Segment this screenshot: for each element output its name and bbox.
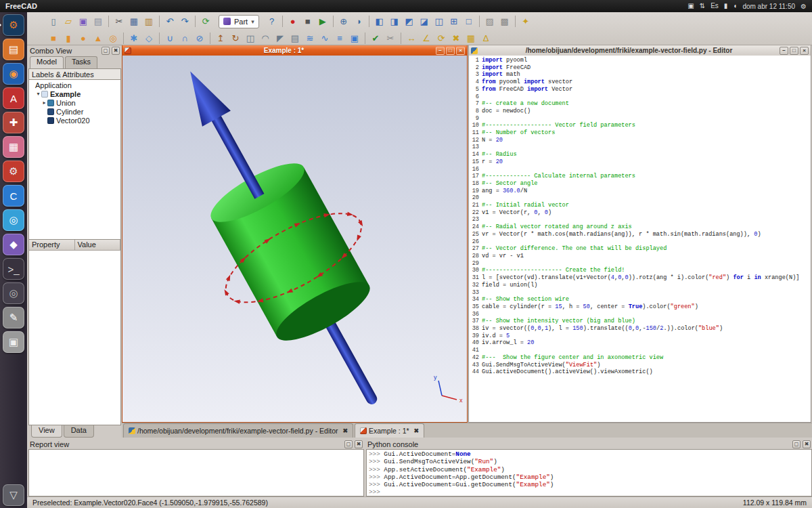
launcher-package-icon[interactable]: ▣ [3, 331, 24, 353]
mdi-tab-active[interactable]: Example : 1*✖ [355, 423, 424, 438]
fillet-icon[interactable]: ◠ [258, 31, 273, 45]
tree-item-vector020[interactable]: Vector020 [29, 116, 120, 125]
python-console-content[interactable]: >>> Gui.ActiveDocument=None>>> Gui.SendM… [366, 449, 812, 496]
boolean-cut-icon[interactable]: ⊘ [192, 31, 207, 45]
detach-panel-icon[interactable]: ◻ [344, 440, 353, 448]
launcher-files-icon[interactable]: ▤ [3, 39, 24, 60]
tree-item-example[interactable]: ▾Example [29, 89, 120, 98]
toggle-clipping-icon[interactable]: ▨ [482, 15, 497, 28]
open-document-icon[interactable]: ▱ [61, 15, 76, 28]
print-icon[interactable]: ▤ [91, 15, 106, 28]
minimize-window-icon[interactable]: − [436, 47, 445, 55]
measure-refresh-icon[interactable]: ⟳ [434, 31, 449, 45]
value-column-header[interactable]: Value [75, 240, 121, 250]
launcher-text-a-icon[interactable]: A [3, 87, 24, 109]
part-sphere-icon[interactable]: ● [76, 31, 91, 45]
boolean-union-icon[interactable]: ∪ [162, 31, 177, 45]
property-column-header[interactable]: Property [29, 240, 75, 250]
maximize-window-icon[interactable]: □ [790, 47, 798, 55]
detach-panel-icon[interactable]: ◻ [102, 47, 110, 55]
measure-linear-icon[interactable]: ↔ [404, 31, 419, 45]
clock[interactable]: dom abr 12 11:50 [742, 3, 795, 10]
measure-clear-icon[interactable]: ✖ [449, 31, 464, 45]
launcher-editor-icon[interactable]: ✎ [3, 307, 24, 329]
launcher-terminal-icon[interactable]: >_ [3, 258, 24, 280]
tab-model[interactable]: Model [30, 56, 64, 68]
loft-icon[interactable]: ≋ [302, 31, 317, 45]
launcher-toolbox-icon[interactable]: ✚ [3, 112, 24, 133]
camera-icon[interactable]: ▣ [687, 0, 694, 12]
part-primitives-icon[interactable]: ✱ [127, 31, 141, 45]
save-icon[interactable]: ▣ [76, 15, 91, 28]
whats-this-icon[interactable]: ? [265, 15, 279, 28]
texture-mapping-icon[interactable]: ▩ [497, 15, 512, 28]
refresh-icon[interactable]: ⟳ [198, 15, 213, 28]
boolean-common-icon[interactable]: ∩ [177, 31, 192, 45]
view-rear-icon[interactable]: ◫ [432, 15, 447, 28]
sweep-icon[interactable]: ∿ [317, 31, 332, 45]
close-window-icon[interactable]: × [456, 47, 465, 55]
code-editor[interactable]: 1import pyooml2import FreeCAD3import mat… [469, 56, 811, 422]
close-tab-icon[interactable]: ✖ [342, 427, 348, 434]
view-axonometric-icon[interactable]: ◧ [372, 15, 387, 28]
tab-view[interactable]: View [31, 425, 62, 438]
view-top-icon[interactable]: ◩ [402, 15, 417, 28]
measure-toggle-delta-icon[interactable]: Δ [478, 31, 493, 45]
measure-angular-icon[interactable]: ∠ [419, 31, 434, 45]
offset-icon[interactable]: ≡ [332, 31, 347, 45]
new-document-icon[interactable]: ▯ [46, 15, 61, 28]
tab-data[interactable]: Data [64, 425, 94, 438]
close-panel-icon[interactable]: ✖ [112, 47, 120, 55]
view-right-icon[interactable]: ◪ [417, 15, 432, 28]
maximize-window-icon[interactable]: □ [446, 47, 455, 55]
workbench-selector[interactable]: Part ▾ [219, 15, 259, 28]
measure-distance-icon[interactable]: ✦ [518, 15, 533, 28]
macro-stop-icon[interactable]: ■ [300, 15, 315, 28]
close-panel-icon[interactable]: ✖ [355, 440, 363, 448]
launcher-purple-app-icon[interactable]: ◆ [3, 234, 24, 255]
macro-play-icon[interactable]: ▶ [315, 15, 330, 28]
launcher-firefox-icon[interactable]: ◉ [3, 63, 24, 85]
view-front-icon[interactable]: ◨ [387, 15, 402, 28]
chamfer-icon[interactable]: ◤ [273, 31, 288, 45]
copy-icon[interactable]: ▦ [127, 15, 141, 28]
launcher-pink-app-icon[interactable]: ▦ [3, 136, 24, 158]
macro-record-icon[interactable]: ● [286, 15, 300, 28]
expand-arrow-icon[interactable]: ▾ [35, 91, 41, 97]
3d-viewport[interactable]: x y [122, 56, 467, 422]
launcher-trash-icon[interactable]: ▽ [3, 484, 24, 506]
extrude-icon[interactable]: ↥ [213, 31, 228, 45]
close-panel-icon[interactable]: ✖ [803, 440, 811, 448]
redo-icon[interactable]: ↷ [177, 15, 192, 28]
expand-arrow-icon[interactable]: ▸ [41, 100, 47, 106]
session-menu-icon[interactable]: ⚙ [800, 3, 807, 10]
battery-icon[interactable]: ▮ [724, 0, 728, 12]
launcher-freecad-icon[interactable]: ⚙ [3, 14, 24, 36]
part-torus-icon[interactable]: ◎ [106, 31, 120, 45]
launcher-swirl-app-icon[interactable]: ◎ [3, 209, 24, 231]
3d-view-titlebar[interactable]: Example : 1* − □ × [122, 45, 467, 56]
thickness-icon[interactable]: ▣ [347, 31, 362, 45]
launcher-settings-gear-icon[interactable]: ⚙ [3, 161, 24, 182]
tab-tasks[interactable]: Tasks [65, 56, 97, 68]
tree-item-union[interactable]: ▸Union [29, 98, 120, 107]
zoom-fit-icon[interactable]: ⊕ [336, 15, 351, 28]
revolve-icon[interactable]: ↻ [228, 31, 243, 45]
volume-icon[interactable]: ◖ [733, 0, 737, 12]
measure-toggle-3d-icon[interactable]: ▦ [464, 31, 478, 45]
minimize-window-icon[interactable]: − [780, 47, 788, 55]
defeaturing-icon[interactable]: ✂ [383, 31, 398, 45]
view-left-icon[interactable]: □ [461, 15, 476, 28]
draw-style-icon[interactable]: ◑ [351, 15, 366, 28]
mirror-icon[interactable]: ◫ [243, 31, 258, 45]
tree-root-application[interactable]: Application [29, 81, 120, 89]
network-sync-icon[interactable]: ⇅ [700, 0, 705, 12]
ruled-surface-icon[interactable]: ▤ [288, 31, 302, 45]
editor-titlebar[interactable]: /home/obijuan/development/friki/example-… [469, 45, 811, 56]
undo-icon[interactable]: ↶ [162, 15, 177, 28]
paste-icon[interactable]: ▥ [141, 15, 156, 28]
keyboard-layout-indicator[interactable]: Es [710, 0, 719, 12]
close-window-icon[interactable]: × [800, 47, 809, 55]
mdi-tab-inactive[interactable]: /home/obijuan/development/friki/example-… [123, 423, 353, 438]
tree-item-cylinder[interactable]: Cylinder [29, 107, 120, 116]
